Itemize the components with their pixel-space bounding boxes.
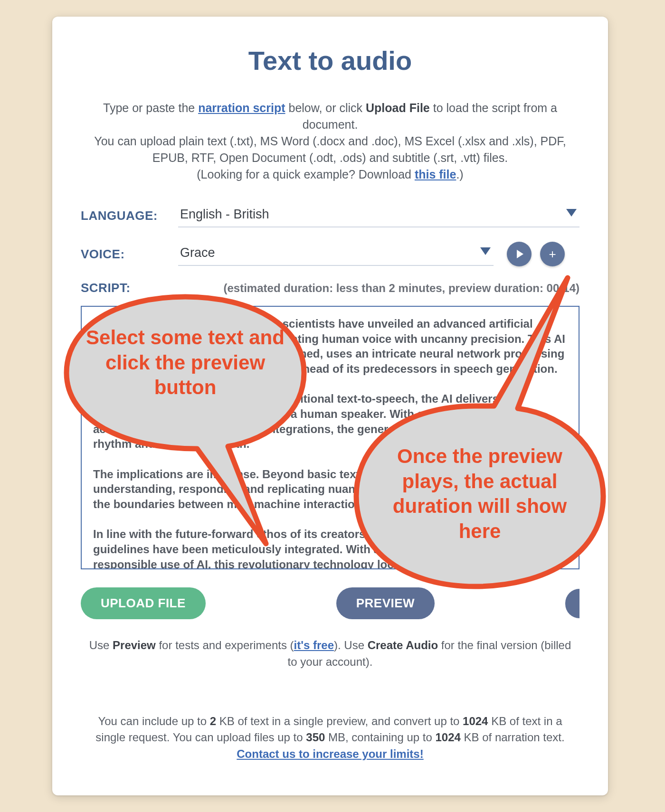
create-audio-button-edge[interactable] [565,589,580,618]
example-file-link[interactable]: this file [415,168,456,181]
narration-script-link[interactable]: narration script [198,101,285,114]
script-header: SCRIPT: (estimated duration: less than 2… [81,281,580,295]
voice-select[interactable]: Grace [178,243,494,266]
usage-hint: Use Preview for tests and experiments (i… [88,637,572,670]
preview-button[interactable]: PREVIEW [336,587,435,619]
script-label: SCRIPT: [81,281,178,295]
hint-b: for tests and experiments ( [156,639,294,651]
intro-upload-file-bold: Upload File [366,101,430,114]
its-free-link[interactable]: it's free [294,639,334,651]
increase-limits-link[interactable]: Contact us to increase your limits! [237,747,423,760]
page-title: Text to audio [81,45,580,76]
intro-line3b: .) [456,168,463,181]
language-select[interactable]: English - British [178,204,580,227]
intro-line1a: Type or paste the [103,101,198,114]
card: Text to audio Type or paste the narratio… [52,17,608,795]
voice-actions: + [507,242,565,266]
language-row: LANGUAGE: English - British [81,204,580,227]
language-label: LANGUAGE: [81,208,178,223]
intro-text: Type or paste the narration script below… [81,100,580,183]
voice-label: VOICE: [81,247,178,262]
intro-line1b: below, or click [285,101,366,114]
hint-a: Use [89,639,113,651]
limits-t1: You can include up to [98,715,209,727]
button-row: UPLOAD FILE PREVIEW [81,587,580,619]
intro-line3a: (Looking for a quick example? Download [197,168,415,181]
limits-t5: KB of narration text. [461,731,565,744]
chevron-down-icon [480,247,491,255]
intro-line2: You can upload plain text (.txt), MS Wor… [94,134,566,164]
hint-preview-bold: Preview [113,639,156,651]
upload-file-button[interactable]: UPLOAD FILE [81,587,206,619]
limits-v4: 1024 [436,731,461,744]
plus-icon: + [549,248,556,260]
limits-v3: 350 [306,731,325,744]
duration-note: (estimated duration: less than 2 minutes… [224,282,580,295]
stage: Text to audio Type or paste the narratio… [0,0,665,812]
voice-value: Grace [180,245,215,260]
hint-c: ). Use [334,639,368,651]
limits-v2: 1024 [463,715,488,727]
limits-t2: KB of text in a single preview, and conv… [216,715,463,727]
script-textarea[interactable]: In a groundbreaking development, scienti… [81,306,580,569]
limits-v1: 2 [210,715,216,727]
play-voice-button[interactable] [507,242,532,266]
limits-t4: MB, containing up to [325,731,435,744]
add-voice-button[interactable]: + [540,242,565,266]
language-value: English - British [180,207,269,221]
voice-row: VOICE: Grace + [81,242,580,266]
hint-create-audio-bold: Create Audio [368,639,438,651]
limits-text: You can include up to 2 KB of text in a … [88,713,572,763]
play-icon [517,250,523,258]
chevron-down-icon [566,209,577,217]
